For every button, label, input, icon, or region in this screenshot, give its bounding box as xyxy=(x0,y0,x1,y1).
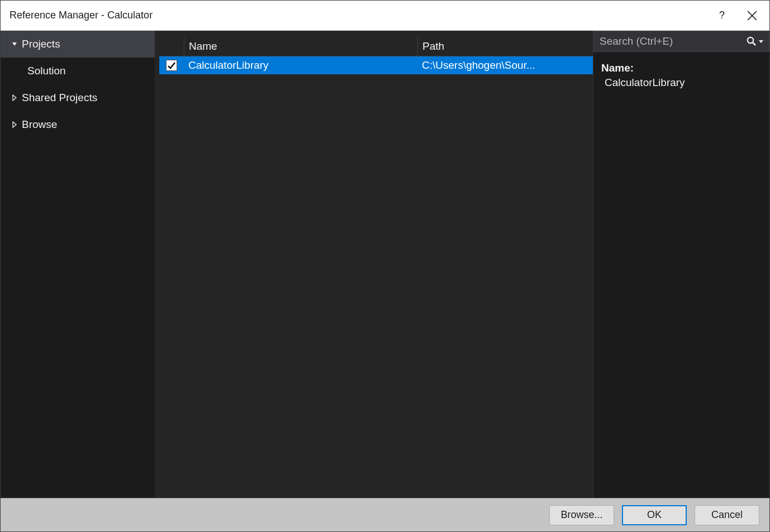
window-title: Reference Manager - Calculator xyxy=(9,10,716,21)
checkmark-icon xyxy=(167,61,176,70)
chevron-right-icon xyxy=(11,121,18,129)
column-header-name[interactable]: Name xyxy=(184,36,417,56)
svg-marker-4 xyxy=(13,122,16,127)
search-input[interactable] xyxy=(594,35,741,48)
svg-point-5 xyxy=(748,37,753,43)
search-box[interactable] xyxy=(593,31,769,52)
svg-marker-2 xyxy=(12,42,17,46)
sidebar-item-shared-projects[interactable]: Shared Projects xyxy=(1,84,155,111)
detail-name-label: Name: xyxy=(593,52,769,77)
reference-manager-window: Reference Manager - Calculator ? Project… xyxy=(0,0,770,532)
sidebar-subitem-label: Solution xyxy=(27,65,66,77)
close-button[interactable] xyxy=(744,11,761,21)
column-header-path[interactable]: Path xyxy=(417,36,593,56)
center-panel: Name Path CalculatorLibrary C:\Users\gho… xyxy=(155,31,593,498)
row-checkbox-cell xyxy=(159,60,184,71)
sidebar-item-projects[interactable]: Projects xyxy=(1,31,155,58)
reference-table: Name Path CalculatorLibrary C:\Users\gho… xyxy=(155,31,593,498)
ok-button[interactable]: OK xyxy=(622,505,687,525)
right-panel: Name: CalculatorLibrary xyxy=(593,31,769,498)
search-icon xyxy=(747,36,757,46)
browse-button[interactable]: Browse... xyxy=(549,505,614,525)
search-button[interactable] xyxy=(741,36,769,46)
sidebar-item-browse[interactable]: Browse xyxy=(1,111,155,138)
row-path-cell: C:\Users\ghogen\Sour... xyxy=(417,59,593,72)
footer: Browse... OK Cancel xyxy=(1,498,769,531)
sidebar-item-label: Projects xyxy=(22,38,60,50)
close-icon xyxy=(747,11,757,21)
row-checkbox[interactable] xyxy=(166,60,177,71)
sidebar-subitem-solution[interactable]: Solution xyxy=(1,58,155,84)
table-row[interactable]: CalculatorLibrary C:\Users\ghogen\Sour..… xyxy=(159,56,593,74)
sidebar: Projects Solution Shared Projects Browse xyxy=(1,31,155,498)
row-name-cell: CalculatorLibrary xyxy=(184,59,417,72)
sidebar-item-label: Browse xyxy=(22,118,57,131)
dialog-body: Projects Solution Shared Projects Browse xyxy=(1,31,769,498)
titlebar-controls: ? xyxy=(716,10,761,21)
chevron-down-icon xyxy=(11,40,18,48)
sidebar-item-label: Shared Projects xyxy=(22,92,97,104)
svg-marker-3 xyxy=(13,95,16,101)
cancel-button[interactable]: Cancel xyxy=(695,505,759,525)
chevron-down-icon xyxy=(759,40,763,43)
titlebar: Reference Manager - Calculator ? xyxy=(1,1,769,31)
help-button[interactable]: ? xyxy=(716,10,728,21)
detail-name-value: CalculatorLibrary xyxy=(593,77,769,89)
chevron-right-icon xyxy=(11,94,18,102)
svg-line-6 xyxy=(753,42,755,45)
table-header: Name Path xyxy=(159,36,593,56)
